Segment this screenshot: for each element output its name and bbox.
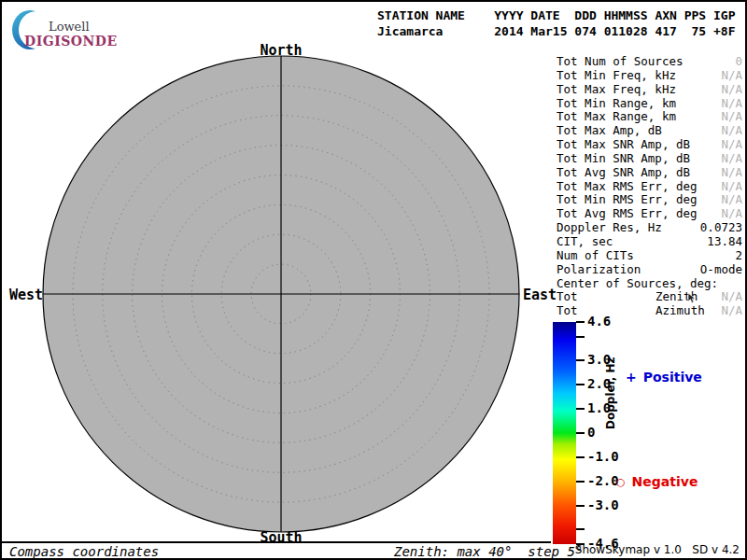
colorbar-tick-label: 0 bbox=[587, 425, 595, 440]
panel-row-value: N/A bbox=[721, 290, 742, 304]
colorbar-tick-mark bbox=[576, 336, 585, 338]
panel-row: Tot Max Range, km N/A bbox=[557, 110, 742, 124]
panel-row-label: Tot Min RMS Err, deg bbox=[557, 193, 698, 207]
mouse-cursor-icon bbox=[687, 293, 697, 304]
north-label: North bbox=[259, 42, 303, 59]
panel-row-label: CIT, sec bbox=[557, 235, 613, 249]
colorbar-tick-label: 4.6 bbox=[587, 314, 611, 329]
panel-row-value: N/A bbox=[721, 83, 742, 97]
panel-row-label: Tot Max SNR Amp, dB bbox=[557, 138, 690, 152]
panel-row-value: N/A bbox=[721, 124, 742, 138]
panel-row-label: Tot bbox=[557, 290, 578, 304]
panel-row-value: N/A bbox=[721, 110, 742, 124]
panel-row-value: N/A bbox=[721, 193, 742, 207]
panel-row-value: N/A bbox=[721, 138, 742, 152]
panel-row-value: O-mode bbox=[700, 263, 742, 277]
panel-row-label: Tot Avg SNR Amp, dB bbox=[557, 166, 690, 180]
panel-row-sublabel: Azimuth bbox=[655, 304, 705, 318]
panel-row: Tot Min RMS Err, deg N/A bbox=[557, 193, 742, 207]
panel-row-label: Tot Num of Sources bbox=[557, 55, 683, 69]
panel-row-value: N/A bbox=[721, 304, 742, 318]
colorbar-tick-mark bbox=[576, 432, 585, 434]
panel-row: Tot Azimuth N/A bbox=[557, 304, 742, 318]
positive-doppler-legend: +Positive bbox=[626, 370, 702, 385]
colorbar-tick-mark bbox=[576, 408, 585, 410]
panel-row-label: Tot Max Range, km bbox=[557, 110, 676, 124]
panel-row: Tot Avg SNR Amp, dB N/A bbox=[557, 166, 742, 180]
panel-row: Tot Max SNR Amp, dB N/A bbox=[557, 138, 742, 152]
west-label: West bbox=[7, 287, 43, 303]
panel-row: CIT, sec 13.84 bbox=[557, 235, 742, 249]
colorbar-tick-mark bbox=[576, 505, 585, 507]
colorbar-tick-mark bbox=[576, 456, 585, 458]
panel-row: Doppler Res, Hz 0.0723 bbox=[557, 221, 742, 235]
south-label: South bbox=[259, 529, 303, 546]
panel-row: Tot Min Freq, kHz N/A bbox=[557, 69, 742, 83]
coordinates-mode-label: Compass coordinates bbox=[9, 544, 159, 559]
panel-row-value: N/A bbox=[721, 207, 742, 221]
panel-row-value: N/A bbox=[721, 166, 742, 180]
doppler-colorbar bbox=[553, 322, 576, 544]
colorbar-tick-mark bbox=[576, 321, 585, 323]
east-label: East bbox=[523, 287, 557, 303]
showskymap-window: Lowell DIGISONDE STATION NAME YYYY DATE … bbox=[0, 0, 747, 560]
negative-doppler-legend: ○Negative bbox=[616, 474, 698, 489]
panel-row-value: 0 bbox=[735, 55, 742, 69]
circle-marker-icon: ○ bbox=[616, 476, 626, 488]
panel-row: Polarization O-mode bbox=[557, 263, 742, 277]
panel-row-label: Tot Max Amp, dB bbox=[557, 124, 662, 138]
panel-row-label: Num of CITs bbox=[557, 249, 634, 263]
colorbar-tick-mark bbox=[576, 384, 585, 385]
panel-row-value: N/A bbox=[721, 180, 742, 194]
panel-row: Center of Sources, deg: bbox=[557, 277, 742, 291]
panel-row-value: N/A bbox=[721, 152, 742, 166]
panel-row-value: 2 bbox=[735, 249, 742, 263]
panel-row-label: Doppler Res, Hz bbox=[557, 221, 662, 235]
panel-row-label: Tot Avg RMS Err, deg bbox=[557, 207, 698, 221]
statusbar-divider bbox=[2, 541, 551, 543]
panel-row-label: Polarization bbox=[557, 263, 641, 277]
panel-row-label: Tot Min SNR Amp, dB bbox=[557, 152, 690, 166]
panel-row-label: Tot Max RMS Err, deg bbox=[557, 180, 698, 194]
colorbar-tick-mark bbox=[576, 359, 585, 361]
panel-row: Tot Zenith N/A bbox=[557, 290, 742, 304]
program-version-label: ShowSkymap v 1.0 SD v 4.2 bbox=[575, 543, 740, 556]
colorbar-tick-label: -3.0 bbox=[587, 497, 619, 512]
panel-row: Tot Max Freq, kHz N/A bbox=[557, 83, 742, 97]
panel-row: Tot Min Range, km N/A bbox=[557, 97, 742, 111]
colorbar-tick-mark bbox=[576, 528, 585, 530]
statistics-panel: Tot Num of Sources 0 Tot Min Freq, kHz N… bbox=[557, 55, 742, 318]
panel-row-label: Tot Min Freq, kHz bbox=[557, 69, 676, 83]
colorbar-tick-label: -2.0 bbox=[587, 473, 619, 488]
panel-row-label: Tot bbox=[557, 304, 578, 318]
panel-row: Tot Avg RMS Err, deg N/A bbox=[557, 207, 742, 221]
colorbar-tick-mark bbox=[576, 481, 585, 483]
panel-row: Tot Num of Sources 0 bbox=[557, 55, 742, 69]
negative-label: Negative bbox=[632, 474, 698, 489]
panel-row-value: 0.0723 bbox=[700, 221, 742, 235]
panel-row-value: 13.84 bbox=[707, 235, 742, 249]
panel-row-label: Center of Sources, deg: bbox=[557, 277, 718, 291]
panel-row-label: Tot Max Freq, kHz bbox=[557, 83, 676, 97]
panel-row: Tot Max Amp, dB N/A bbox=[557, 124, 742, 138]
panel-row: Num of CITs 2 bbox=[557, 249, 742, 263]
zenith-range-label: Zenith: max 40° step 5° bbox=[394, 544, 583, 559]
panel-row: Tot Max RMS Err, deg N/A bbox=[557, 180, 742, 194]
panel-row: Tot Min SNR Amp, dB N/A bbox=[557, 152, 742, 166]
plus-marker-icon: + bbox=[626, 370, 637, 385]
panel-row-value: N/A bbox=[721, 69, 742, 83]
positive-label: Positive bbox=[643, 370, 702, 385]
colorbar-tick-label: -1.0 bbox=[587, 449, 619, 464]
panel-row-value: N/A bbox=[721, 97, 742, 111]
panel-row-label: Tot Min Range, km bbox=[557, 97, 676, 111]
